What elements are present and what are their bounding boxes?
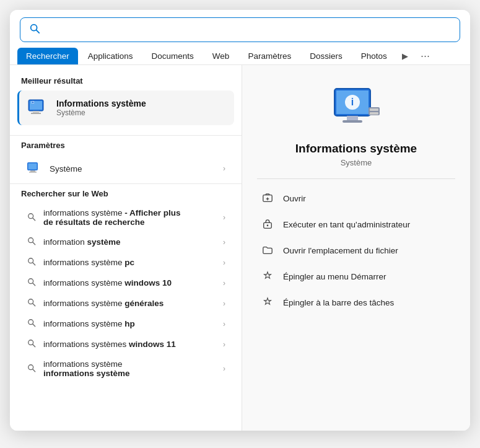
search-bar-row: informations système <box>10 10 470 42</box>
web-section-label: Rechercher sur le Web <box>10 189 242 203</box>
web-item-7[interactable]: informations systèmeinformations système… <box>15 354 237 383</box>
action-list: Ouvrir Exécuter en tant qu'administrateu… <box>257 185 455 315</box>
web-item-1[interactable]: information système › <box>15 232 237 252</box>
right-divider <box>257 178 455 179</box>
tab-photos[interactable]: Photos <box>352 48 396 64</box>
main-content: Meilleur résultat Informations système <box>10 65 470 431</box>
action-pin-taskbar-label: Épingler à la barre des tâches <box>283 298 394 307</box>
svg-rect-35 <box>370 108 378 111</box>
web-item-label-0: informations système - Afficher plusde r… <box>43 208 217 227</box>
action-admin[interactable]: Exécuter en tant qu'administrateur <box>257 211 455 237</box>
web-item-label-6: informations systèmes windows 11 <box>43 340 217 349</box>
svg-line-17 <box>33 263 35 265</box>
chevron-web-7: › <box>223 364 225 373</box>
action-ouvrir[interactable]: Ouvrir <box>257 185 455 211</box>
web-item-0[interactable]: informations système - Afficher plusde r… <box>15 203 237 232</box>
search-small-icon-0 <box>26 213 37 223</box>
svg-text:i: i <box>351 97 354 107</box>
chevron-web-4: › <box>223 299 225 308</box>
web-item-label-2: informations système pc <box>43 258 217 267</box>
tab-documents[interactable]: Documents <box>143 48 203 64</box>
svg-point-5 <box>32 102 34 103</box>
search-small-icon-5 <box>26 318 37 329</box>
web-item-label-5: informations système hp <box>43 319 217 328</box>
system-info-icon <box>27 97 49 119</box>
action-pin-start[interactable]: Épingler au menu Démarrer <box>257 263 455 289</box>
web-item-6[interactable]: informations systèmes windows 11 › <box>15 334 237 354</box>
action-folder[interactable]: Ouvrir l'emplacement du fichier <box>257 237 455 263</box>
divider-2 <box>10 183 242 184</box>
admin-icon <box>261 217 274 231</box>
search-bar: informations système <box>20 17 460 42</box>
folder-icon <box>261 244 274 257</box>
search-input[interactable]: informations système <box>46 25 451 35</box>
action-folder-label: Ouvrir l'emplacement du fichier <box>283 246 398 255</box>
search-small-icon-4 <box>26 298 37 309</box>
action-admin-label: Exécuter en tant qu'administrateur <box>283 220 410 229</box>
tab-dossiers[interactable]: Dossiers <box>301 48 351 64</box>
play-button[interactable]: ▶ <box>397 48 413 64</box>
best-result-label: Meilleur résultat <box>10 76 242 90</box>
web-item-3[interactable]: informations système windows 10 › <box>15 273 237 293</box>
web-item-label-7: informations systèmeinformations système <box>43 359 217 378</box>
app-right-title: Informations système <box>295 142 417 156</box>
search-icon <box>29 23 40 37</box>
web-item-5[interactable]: informations système hp › <box>15 314 237 334</box>
left-panel: Meilleur résultat Informations système <box>10 65 242 431</box>
search-window: informations système Rechercher Applicat… <box>10 10 470 431</box>
app-right-subtitle: Système <box>341 158 372 167</box>
best-result-title: Informations système <box>56 99 146 108</box>
tab-parametres[interactable]: Paramètres <box>239 48 300 64</box>
svg-rect-9 <box>28 164 37 170</box>
web-item-2[interactable]: informations système pc › <box>15 252 237 273</box>
tab-web[interactable]: Web <box>204 48 238 64</box>
chevron-web-3: › <box>223 279 225 288</box>
params-system-label: Système <box>50 164 216 173</box>
search-small-icon-1 <box>26 237 37 247</box>
svg-rect-32 <box>347 116 358 120</box>
pin-start-icon <box>261 270 274 283</box>
svg-rect-10 <box>30 170 35 172</box>
svg-line-1 <box>37 30 40 33</box>
web-item-label-4: informations système générales <box>43 299 217 308</box>
chevron-web-6: › <box>223 340 225 349</box>
pin-taskbar-icon <box>261 296 274 309</box>
action-pin-start-label: Épingler au menu Démarrer <box>283 272 386 281</box>
chevron-icon-system: › <box>223 164 225 173</box>
search-small-icon-7 <box>26 364 37 374</box>
chevron-web-1: › <box>223 238 225 247</box>
svg-line-21 <box>33 304 35 306</box>
svg-line-27 <box>33 369 35 371</box>
svg-rect-6 <box>33 111 39 113</box>
params-system-item[interactable]: Système › <box>15 155 237 182</box>
system-icon <box>26 160 42 177</box>
chevron-web-2: › <box>223 258 225 267</box>
svg-line-25 <box>33 345 35 347</box>
app-big-icon: i <box>331 84 381 133</box>
tab-rechercher[interactable]: Rechercher <box>17 48 78 64</box>
search-small-icon-6 <box>26 339 37 349</box>
chevron-web-5: › <box>223 320 225 328</box>
right-panel: i Informations système Système <box>242 65 470 431</box>
more-button[interactable]: ⋯ <box>416 47 435 64</box>
divider-1 <box>10 135 242 136</box>
web-section: Rechercher sur le Web informations systè… <box>10 189 242 383</box>
svg-line-15 <box>33 242 35 245</box>
search-small-icon-2 <box>26 257 37 268</box>
web-item-label-1: information système <box>43 237 217 247</box>
tabs-row: Rechercher Applications Documents Web Pa… <box>10 42 470 65</box>
chevron-web-0: › <box>223 213 225 222</box>
svg-rect-36 <box>370 112 378 115</box>
svg-line-13 <box>33 217 35 220</box>
action-pin-taskbar[interactable]: Épingler à la barre des tâches <box>257 289 455 315</box>
best-result-subtitle: Système <box>56 108 146 117</box>
svg-line-23 <box>33 324 35 327</box>
open-icon <box>261 191 274 205</box>
svg-point-39 <box>267 224 269 226</box>
tab-applications[interactable]: Applications <box>79 48 142 64</box>
best-result-item[interactable]: Informations système Système <box>17 90 234 125</box>
svg-line-19 <box>33 283 35 286</box>
svg-rect-33 <box>343 120 362 123</box>
web-item-4[interactable]: informations système générales › <box>15 293 237 314</box>
search-small-icon-3 <box>26 278 37 288</box>
